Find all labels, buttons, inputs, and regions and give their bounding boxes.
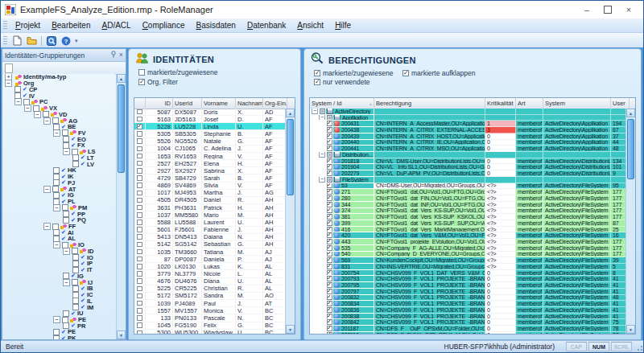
column-header-userid[interactable]: UserId: [173, 98, 202, 109]
column-header-user[interactable]: User: [611, 98, 630, 109]
tree-item-AI[interactable]: ✔AI: [2, 229, 115, 236]
tree-item-AT[interactable]: −AT: [2, 186, 115, 192]
identity-checkbox[interactable]: [137, 293, 142, 299]
scroll-down-icon[interactable]: ▼: [117, 330, 126, 339]
tree-item-FX[interactable]: ✔FX: [2, 142, 115, 149]
resize-grip[interactable]: [635, 342, 643, 351]
identity-checkbox[interactable]: [137, 198, 142, 203]
maximize-button[interactable]: [597, 2, 618, 17]
permission-row[interactable]: 200754CN=CHSV099_F_VOL1_DAT_VERS_V&M_07-…: [310, 270, 625, 277]
tree-item-IO[interactable]: −IO: [2, 242, 115, 248]
permission-checkbox[interactable]: [327, 170, 332, 176]
column-header-select[interactable]: [134, 98, 146, 109]
collapse-icon[interactable]: −: [5, 80, 12, 87]
tree-item-PC[interactable]: −PC: [2, 99, 115, 105]
permission-row[interactable]: 200439CN=INTERN_A_CITRIX_HOST,OU=Applica…: [310, 133, 625, 140]
permission-row[interactable]: 53CN=DMS-User,OU=Migrated,OU=Groups,OU=A…: [310, 183, 625, 190]
identity-row[interactable]: 5087DX5087DorisX.AD: [134, 109, 285, 116]
identity-row[interactable]: 3779NL3779NicoleL.AL: [134, 270, 285, 277]
tree-checkbox[interactable]: [53, 124, 60, 130]
tree-item-IO[interactable]: ✔IO: [2, 254, 115, 261]
identity-checkbox[interactable]: [137, 131, 142, 137]
tree-item-PE[interactable]: −PE: [2, 317, 115, 323]
identity-checkbox[interactable]: [137, 109, 142, 115]
permission-row[interactable]: 200440CN=INTERN_A_CITRIX_IE,OU=Applicati…: [310, 140, 625, 146]
permission-checkbox[interactable]: [327, 164, 332, 170]
tree-item-IL[interactable]: ✔IL: [2, 298, 115, 304]
identity-row[interactable]: 1020LK0130LukasK.AL: [134, 263, 285, 270]
group-checkbox[interactable]: [320, 109, 325, 114]
tree-item-LV[interactable]: ✔LV: [2, 161, 115, 167]
identity-checkbox[interactable]: [137, 286, 142, 292]
column-header-vorname[interactable]: Vorname: [202, 98, 236, 109]
collapse-icon[interactable]: −: [319, 152, 325, 158]
identity-checkbox[interactable]: [137, 220, 142, 225]
minimize-button[interactable]: –: [576, 2, 597, 17]
tree-checkbox[interactable]: [53, 236, 60, 242]
group-checkbox[interactable]: [327, 177, 332, 183]
collapse-icon[interactable]: −: [43, 117, 51, 125]
tree-item-FV[interactable]: −FV: [2, 130, 115, 137]
permission-group-row[interactable]: −FileSystem: [310, 177, 625, 183]
collapse-icon[interactable]: −: [63, 148, 70, 155]
tree-item-IB[interactable]: ✔IB: [2, 285, 115, 292]
identity-row[interactable]: 5588LU5588LaurentU.AH: [134, 219, 285, 226]
tree-item-HK[interactable]: ✔HK: [2, 167, 115, 174]
identity-row[interactable]: 1004CJ1065C. AdelinaJ.AF: [134, 146, 285, 153]
collapse-icon[interactable]: −: [43, 223, 51, 230]
permissions-scrollbar-thumb[interactable]: [627, 119, 634, 179]
collapse-icon[interactable]: −: [53, 241, 60, 248]
identity-checkbox[interactable]: [137, 242, 142, 248]
permission-checkbox[interactable]: [327, 158, 332, 164]
tree-item-IG[interactable]: ✔IG: [2, 273, 115, 280]
menu-ad-acl[interactable]: AD/ACL: [97, 20, 137, 31]
scroll-down-icon[interactable]: ▼: [626, 325, 635, 334]
permission-row[interactable]: 200836CN=CHSV099_F_VOL1_PROJEKTE_-BRANDI…: [310, 307, 625, 314]
pin-icon[interactable]: [110, 51, 117, 60]
permission-row[interactable]: 200842CN=CHSV099_F_VOL1_PROJEKTE_-BRANDI…: [310, 319, 625, 326]
menu-basisdaten[interactable]: Basisdaten: [190, 20, 241, 31]
permission-group-row[interactable]: −Applikation: [310, 115, 625, 121]
identity-checkbox[interactable]: [137, 117, 142, 122]
permission-checkbox[interactable]: [327, 307, 332, 313]
close-panel-icon[interactable]: ×: [119, 51, 123, 59]
permission-checkbox[interactable]: [327, 133, 332, 139]
new-document-icon[interactable]: [10, 35, 24, 47]
identity-row[interactable]: 4676DU4676DianaU.AL: [134, 278, 285, 285]
permission-row[interactable]: 202279CN=VL_DuP-APM_PV,OU=DistributionLi…: [310, 170, 625, 177]
database-view-icon[interactable]: [44, 35, 59, 47]
tree-item-PE[interactable]: ✔PE: [2, 329, 115, 335]
identity-checkbox[interactable]: [137, 168, 142, 174]
identity-checkbox[interactable]: [137, 308, 142, 314]
permission-checkbox[interactable]: [327, 239, 332, 244]
permission-row[interactable]: 200438CN=INTERN_A_CITRIX_EXTERNAL-ACCESS…: [310, 127, 625, 133]
tree-checkbox[interactable]: [53, 199, 60, 205]
permission-checkbox[interactable]: [327, 264, 332, 269]
collapse-icon[interactable]: −: [34, 111, 41, 118]
permission-checkbox[interactable]: [327, 252, 332, 257]
menu-bearbeiten[interactable]: Bearbeiten: [46, 20, 96, 31]
identity-row[interactable]: 5305SB5305StephanieB.AF: [134, 130, 285, 138]
tree-item-LT[interactable]: ✔LT: [2, 155, 115, 162]
permission-checkbox[interactable]: [327, 127, 332, 133]
permission-row[interactable]: 202110CN=DFS_F_FUNK_GZD_PEVAxM,OU=Folder…: [310, 332, 625, 334]
menu-ansicht[interactable]: Ansicht: [291, 20, 329, 31]
tree-item-IK[interactable]: ✔IK: [2, 174, 115, 180]
scroll-down-icon[interactable]: ▼: [286, 325, 295, 334]
identity-checkbox[interactable]: [137, 138, 142, 144]
tree-checkbox[interactable]: [63, 273, 69, 279]
close-button[interactable]: ×: [618, 2, 639, 17]
permission-row[interactable]: 443CN=FTGvol1_projekte_EVolution,OU=Vol1…: [310, 239, 625, 245]
column-header-berechtigung[interactable]: Berechtigung: [374, 98, 485, 109]
permission-checkbox[interactable]: [327, 183, 332, 189]
permission-checkbox[interactable]: [327, 257, 332, 263]
permission-checkbox[interactable]: [327, 140, 332, 146]
group-checkbox[interactable]: [327, 115, 332, 121]
permission-checkbox[interactable]: [327, 326, 332, 331]
column-header-kritikalitt[interactable]: Kritikalität: [485, 98, 516, 109]
identity-checkbox[interactable]: [137, 264, 142, 269]
tree-checkbox[interactable]: [63, 217, 69, 224]
identity-checkbox[interactable]: [137, 330, 142, 334]
identity-row[interactable]: 5225CR5225ChristianR.AL: [134, 285, 285, 293]
permission-group-row[interactable]: −Distribution...: [310, 152, 625, 158]
